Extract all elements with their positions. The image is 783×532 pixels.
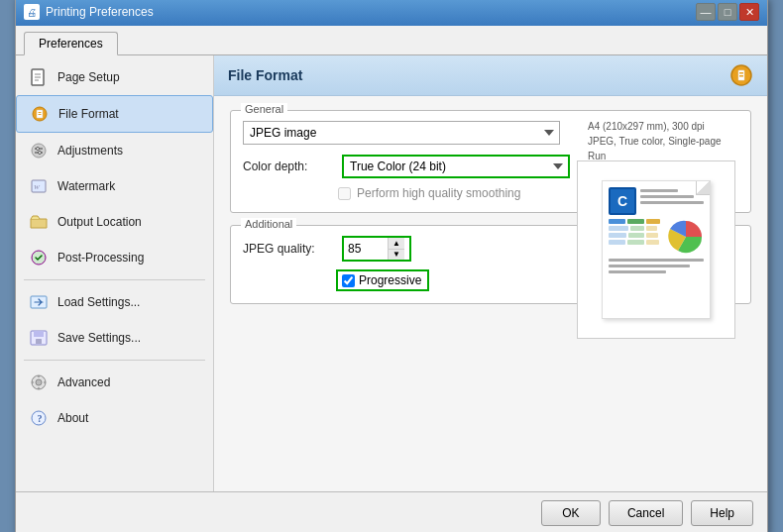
- svg-rect-30: [739, 72, 743, 74]
- format-select[interactable]: JPEG image PNG image BMP image TIFF imag…: [243, 121, 560, 145]
- sidebar-label-about: About: [57, 411, 88, 425]
- sidebar-item-file-format[interactable]: File Format: [16, 95, 213, 133]
- main-window: 🖨 Printing Preferences — □ ✕ Preferences: [15, 0, 768, 532]
- sidebar: Page Setup File Format: [16, 55, 214, 491]
- svg-point-11: [37, 148, 40, 151]
- sidebar-label-post-processing: Post-Processing: [57, 251, 144, 265]
- jpeg-quality-spinbox: ▲ ▼: [342, 236, 411, 262]
- color-depth-select[interactable]: True Color (24 bit) Grayscale (8 bit) Bl…: [342, 155, 570, 178]
- sidebar-item-save-settings[interactable]: Save Settings...: [16, 320, 213, 356]
- main-content: Page Setup File Format: [16, 55, 767, 491]
- doc-pie-chart: [668, 219, 704, 255]
- sidebar-label-output-location: Output Location: [57, 215, 142, 229]
- sidebar-label-advanced: Advanced: [57, 375, 110, 389]
- sidebar-item-watermark[interactable]: W Watermark: [16, 168, 213, 204]
- sidebar-item-page-setup[interactable]: Page Setup: [16, 59, 213, 95]
- sidebar-divider-1: [24, 279, 205, 280]
- sidebar-label-watermark: Watermark: [57, 179, 115, 193]
- maximize-button[interactable]: □: [718, 3, 737, 21]
- doc-icon-area: C: [609, 187, 704, 215]
- svg-rect-31: [739, 75, 743, 77]
- doc-logo: C: [609, 187, 636, 215]
- close-button[interactable]: ✕: [739, 3, 759, 21]
- sidebar-label-save-settings: Save Settings...: [57, 331, 141, 345]
- table-cell: [609, 233, 626, 238]
- doc-line: [640, 189, 678, 192]
- help-button[interactable]: Help: [691, 500, 753, 526]
- spinbox-up-button[interactable]: ▲: [389, 238, 404, 249]
- sidebar-label-adjustments: Adjustments: [57, 144, 123, 158]
- doc-line: [640, 201, 704, 204]
- progressive-label: Progressive: [359, 273, 421, 287]
- title-bar-left: 🖨 Printing Preferences: [24, 4, 154, 20]
- table-cell: [646, 240, 659, 245]
- table-cell: [609, 240, 625, 245]
- window-title: Printing Preferences: [46, 5, 154, 19]
- save-settings-icon: [28, 327, 50, 349]
- svg-rect-18: [34, 331, 44, 337]
- load-settings-icon: [28, 291, 50, 313]
- panel-title: File Format: [228, 67, 302, 83]
- bottom-bar: OK Cancel Help: [16, 491, 767, 532]
- svg-rect-7: [39, 114, 42, 115]
- doc-extra-lines: [609, 259, 704, 273]
- svg-rect-19: [36, 339, 42, 344]
- spinbox-down-button[interactable]: ▼: [389, 249, 404, 260]
- progressive-checkbox-container: Progressive: [336, 269, 429, 291]
- preview-info: A4 (210x297 mm), 300 dpi JPEG, True colo…: [588, 119, 751, 163]
- panel-header-icon: [729, 63, 753, 87]
- watermark-icon: W: [28, 175, 50, 197]
- table-cell: [646, 219, 660, 224]
- sidebar-divider-2: [24, 360, 205, 361]
- adjustments-icon: [28, 140, 50, 161]
- app-icon: 🖨: [24, 4, 40, 20]
- doc-line: [609, 270, 666, 273]
- preview-document: C: [602, 180, 711, 319]
- doc-corner: [696, 181, 710, 195]
- svg-point-8: [32, 144, 46, 158]
- table-row: [609, 240, 664, 245]
- sidebar-item-output-location[interactable]: Output Location: [16, 204, 213, 240]
- jpeg-quality-label: JPEG quality:: [243, 242, 332, 256]
- sidebar-label-file-format: File Format: [58, 107, 119, 121]
- table-cell: [630, 226, 644, 231]
- table-cell: [609, 219, 625, 224]
- page-icon: [28, 66, 50, 88]
- table-cell: [646, 233, 658, 238]
- title-bar: 🖨 Printing Preferences — □ ✕: [16, 0, 767, 26]
- svg-rect-6: [39, 112, 42, 113]
- minimize-button[interactable]: —: [696, 3, 716, 21]
- sidebar-item-load-settings[interactable]: Load Settings...: [16, 284, 213, 320]
- doc-line: [609, 259, 704, 262]
- doc-line: [640, 195, 694, 198]
- table-cell: [627, 240, 644, 245]
- sidebar-item-about[interactable]: ? About: [16, 400, 213, 436]
- title-buttons: — □ ✕: [696, 3, 759, 21]
- main-panel: File Format General JPEG i: [214, 55, 767, 491]
- additional-section-label: Additional: [241, 218, 296, 230]
- sidebar-label-load-settings: Load Settings...: [57, 295, 140, 309]
- jpeg-quality-input[interactable]: [344, 240, 388, 258]
- table-row: [609, 226, 664, 231]
- file-format-icon: [29, 103, 51, 125]
- doc-chart-row: [609, 219, 704, 255]
- preview-container: C: [588, 111, 751, 163]
- cancel-button[interactable]: Cancel: [609, 500, 683, 526]
- ok-button[interactable]: OK: [541, 500, 601, 526]
- advanced-icon: [28, 372, 50, 393]
- sidebar-item-advanced[interactable]: Advanced: [16, 365, 213, 400]
- preview-info-line2: JPEG, True color, Single-page: [588, 134, 751, 149]
- preview-info-line1: A4 (210x297 mm), 300 dpi: [588, 119, 751, 134]
- svg-text:?: ?: [38, 413, 43, 424]
- table-row: [609, 233, 664, 238]
- general-section-label: General: [241, 103, 287, 115]
- doc-table: [609, 219, 664, 255]
- doc-line: [609, 265, 690, 267]
- progressive-checkbox[interactable]: [342, 274, 355, 287]
- smoothing-checkbox[interactable]: [338, 187, 351, 200]
- tab-preferences[interactable]: Preferences: [24, 32, 118, 55]
- sidebar-item-post-processing[interactable]: Post-Processing: [16, 240, 213, 275]
- color-depth-label: Color depth:: [243, 160, 332, 173]
- svg-point-12: [39, 152, 42, 155]
- sidebar-item-adjustments[interactable]: Adjustments: [16, 133, 213, 168]
